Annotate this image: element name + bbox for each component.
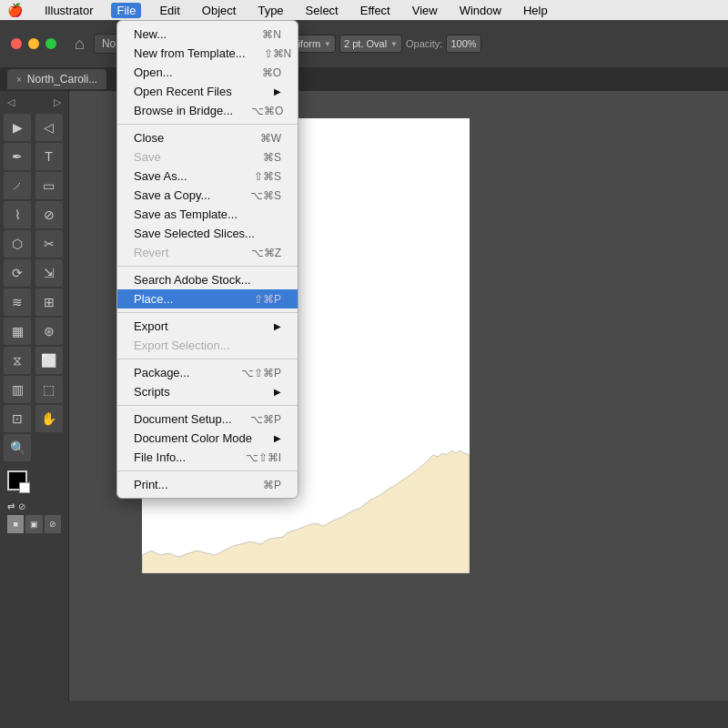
menu-search-stock[interactable]: Search Adobe Stock... — [117, 270, 298, 289]
opacity-value[interactable]: 100% — [446, 35, 480, 53]
menu-file-info[interactable]: File Info... ⌥⇧⌘I — [117, 448, 298, 467]
warp-tool[interactable]: ≋ — [4, 288, 31, 316]
apple-menu[interactable]: 🍎 — [7, 3, 23, 17]
gradient-fill-button[interactable]: ▣ — [25, 515, 42, 533]
separator-3 — [117, 312, 298, 313]
menubar-file[interactable]: File — [111, 3, 141, 18]
select-tool[interactable]: ▶ — [4, 114, 31, 141]
maximize-button[interactable] — [46, 38, 56, 49]
home-icon[interactable]: ⌂ — [75, 35, 85, 54]
separator-6 — [117, 470, 298, 471]
separator-4 — [117, 359, 298, 359]
menu-revert[interactable]: Revert ⌥⌘Z — [117, 243, 298, 262]
stroke-weight-arrow: ▼ — [390, 40, 398, 48]
menu-new-template[interactable]: New from Template... ⇧⌘N — [117, 44, 298, 63]
line-tool[interactable]: ⟋ — [4, 172, 31, 199]
menubar-type[interactable]: Type — [254, 4, 287, 17]
menu-place[interactable]: Place... ⇧⌘P — [117, 289, 298, 308]
menu-open-recent[interactable]: Open Recent Files ▶ — [117, 82, 298, 101]
swap-colors-icon[interactable]: ⇄ — [7, 501, 15, 511]
menu-save-template[interactable]: Save as Template... — [117, 205, 298, 224]
separator-5 — [117, 405, 298, 406]
tabbar: × North_Caroli... — [0, 67, 728, 91]
solid-fill-button[interactable]: ■ — [7, 515, 24, 533]
color-mode-controls: ⇄ ⊘ — [4, 500, 65, 513]
system-menubar: 🍎 Illustrator File Edit Object Type Sele… — [0, 0, 728, 20]
blend-tool[interactable]: ⧖ — [4, 347, 31, 374]
direct-select-tool[interactable]: ◁ — [35, 114, 63, 141]
menubar-view[interactable]: View — [409, 4, 441, 17]
menu-save[interactable]: Save ⌘S — [117, 147, 298, 167]
hand-tool[interactable]: ✋ — [35, 405, 63, 432]
opacity-label: Opacity: — [406, 38, 442, 49]
traffic-lights — [11, 38, 56, 49]
type-tool[interactable]: T — [35, 143, 63, 170]
titlebar: ⌂ No Selection 4 in ▼ Uniform ▼ 2 pt. Ov… — [0, 20, 728, 67]
zoom-tool[interactable]: 🔍 — [4, 434, 31, 461]
menu-save-slices[interactable]: Save Selected Slices... — [117, 224, 298, 243]
menubar-object[interactable]: Object — [198, 4, 240, 17]
menu-browse-bridge[interactable]: Browse in Bridge... ⌥⌘O — [117, 101, 298, 120]
close-button[interactable] — [11, 38, 22, 49]
artboard-tool[interactable]: ⬚ — [35, 376, 63, 403]
gradient-tool[interactable]: ▦ — [4, 318, 31, 345]
menu-export[interactable]: Export ▶ — [117, 317, 298, 336]
file-menu: New... ⌘N New from Template... ⇧⌘N Open.… — [116, 20, 298, 499]
separator-1 — [117, 124, 298, 125]
fill-color[interactable] — [7, 470, 27, 490]
menu-new[interactable]: New... ⌘N — [117, 25, 298, 44]
menu-document-setup[interactable]: Document Setup... ⌥⌘P — [117, 410, 298, 429]
menu-save-copy[interactable]: Save a Copy... ⌥⌘S — [117, 186, 298, 205]
main-area: ◁ ▷ ▶ ◁ ✒ T ⟋ ▭ ⌇ ⊘ ⬡ ✂ ⟳ ⇲ ≋ ⊞ ▦ ⊛ ⧖ ⬜ … — [0, 91, 728, 701]
menu-print[interactable]: Print... ⌘P — [117, 475, 298, 494]
column-graph-tool[interactable]: ▥ — [4, 376, 31, 403]
tool-grid: ▶ ◁ ✒ T ⟋ ▭ ⌇ ⊘ ⬡ ✂ ⟳ ⇲ ≋ ⊞ ▦ ⊛ ⧖ ⬜ ▥ ⬚ … — [4, 114, 65, 461]
menubar-help[interactable]: Help — [520, 4, 551, 17]
rect-tool[interactable]: ▭ — [35, 172, 63, 199]
stroke-color[interactable] — [19, 482, 30, 493]
menu-export-selection[interactable]: Export Selection... — [117, 336, 298, 355]
scale-tool[interactable]: ⇲ — [35, 259, 63, 287]
menu-document-color-mode[interactable]: Document Color Mode ▶ — [117, 429, 298, 448]
stroke-type-arrow: ▼ — [324, 40, 331, 48]
menu-scripts[interactable]: Scripts ▶ — [117, 382, 298, 401]
menubar-edit[interactable]: Edit — [156, 4, 183, 17]
menu-open[interactable]: Open... ⌘O — [117, 63, 298, 82]
symbol-tool[interactable]: ⬜ — [35, 347, 63, 374]
slice-tool[interactable]: ⊡ — [4, 405, 31, 432]
toolbox-collapse[interactable]: ◁ — [7, 96, 15, 108]
no-fill-button[interactable]: ⊘ — [45, 515, 61, 533]
menubar-effect[interactable]: Effect — [357, 4, 394, 17]
toolbox: ◁ ▷ ▶ ◁ ✒ T ⟋ ▭ ⌇ ⊘ ⬡ ✂ ⟳ ⇲ ≋ ⊞ ▦ ⊛ ⧖ ⬜ … — [0, 91, 69, 701]
tab-title: North_Caroli... — [27, 73, 97, 86]
menu-package[interactable]: Package... ⌥⇧⌘P — [117, 363, 298, 382]
eyedropper-tool[interactable]: ⊛ — [35, 318, 63, 345]
stroke-weight-select[interactable]: 2 pt. Oval ▼ — [339, 35, 402, 53]
eraser-tool[interactable]: ⬡ — [4, 230, 31, 258]
menubar-select[interactable]: Select — [302, 4, 342, 17]
separator-2 — [117, 266, 298, 267]
document-tab[interactable]: × North_Caroli... — [7, 69, 106, 89]
tab-close-icon[interactable]: × — [16, 75, 22, 85]
menu-save-as[interactable]: Save As... ⇧⌘S — [117, 167, 298, 186]
minimize-button[interactable] — [28, 38, 39, 49]
menu-close[interactable]: Close ⌘W — [117, 128, 298, 147]
scissor-tool[interactable]: ✂ — [35, 230, 63, 258]
fill-mode-buttons: ■ ▣ ⊘ — [4, 513, 65, 535]
mesh-tool[interactable]: ⊞ — [35, 288, 63, 316]
menubar-illustrator[interactable]: Illustrator — [41, 4, 96, 17]
rotate-tool[interactable]: ⟳ — [4, 259, 31, 287]
menubar-window[interactable]: Window — [456, 4, 505, 17]
blob-brush-tool[interactable]: ⊘ — [35, 201, 63, 228]
pen-tool[interactable]: ✒ — [4, 143, 31, 170]
none-color-icon[interactable]: ⊘ — [18, 501, 25, 511]
color-swatches — [4, 469, 65, 492]
toolbox-header: ◁ ▷ — [4, 95, 65, 110]
paintbrush-tool[interactable]: ⌇ — [4, 201, 31, 228]
toolbox-expand[interactable]: ▷ — [54, 96, 61, 108]
